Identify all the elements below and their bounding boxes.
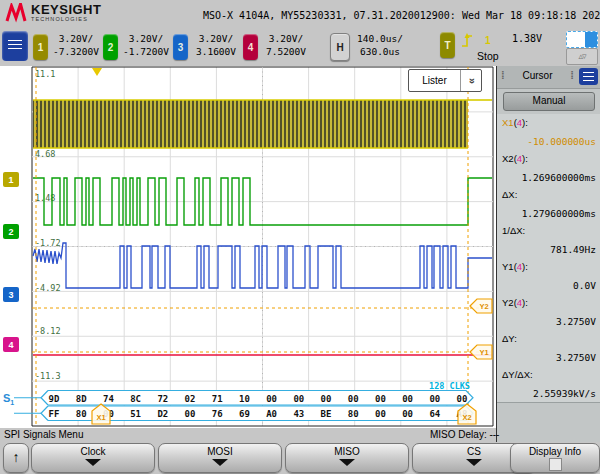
serial-bus-label[interactable]: S1 — [3, 392, 14, 406]
channel3-offset: 3.1600V — [190, 45, 242, 58]
cursor-panel-titlebar[interactable]: ⁞ Cursor ⁞ — [497, 66, 600, 89]
lister-button[interactable]: Lister « — [408, 69, 482, 92]
softkey-miso[interactable]: MISO — [285, 443, 409, 473]
trigger-position-marker[interactable] — [92, 68, 102, 76]
channel1-scale: 3.20V/ — [50, 32, 102, 45]
softkey-menu-title: SPI Signals Menu — [4, 429, 84, 440]
serial-byte: BE — [321, 409, 332, 419]
trigger-badge[interactable]: T — [440, 32, 455, 58]
lister-button-label: Lister — [409, 75, 460, 86]
serial-byte: 00 — [348, 394, 359, 404]
ch3-miso-trace — [33, 243, 492, 288]
cursor-panel: ⁞ Cursor ⁞ Manual X1(4): -10.000000us X2… — [496, 66, 600, 442]
cursor-row-dy[interactable]: ΔY: 3.2750V — [497, 330, 600, 367]
channel4-badge[interactable]: 4 — [243, 34, 258, 60]
channel2-scale: 3.20V/ — [120, 32, 172, 45]
serial-byte: 76 — [212, 409, 223, 419]
channel3-badge[interactable]: 3 — [173, 34, 188, 60]
serial-byte: 00 — [375, 394, 386, 404]
channel3-scale: 3.20V/ — [190, 32, 242, 45]
channel2-offset: -1.7200V — [120, 45, 172, 58]
serial-byte: 00 — [429, 394, 440, 404]
keysight-spark-icon — [5, 3, 27, 23]
axis-label: -4.92 — [35, 283, 61, 293]
channel2-readout[interactable]: 3.20V/ -1.7200V — [120, 32, 172, 58]
brand-subtitle: TECHNOLOGIES — [31, 17, 101, 23]
channel4-readout[interactable]: 3.20V/ 7.5200V — [260, 32, 312, 58]
channel4-ground-marker[interactable]: 4 — [3, 337, 19, 352]
softkey-display-info[interactable]: Display Info — [510, 443, 600, 473]
axis-label: -8.12 — [35, 326, 61, 336]
cursor-row-x1[interactable]: X1(4): -10.000000us — [497, 114, 600, 151]
serial-byte: 00 — [266, 394, 277, 404]
clock-count-label: 128 CLKS — [429, 381, 470, 391]
horizontal-scale: 140.0us/ — [354, 32, 406, 45]
serial-byte: 00 — [402, 409, 413, 419]
cursor-row-y2[interactable]: Y2(4): 3.2750V — [497, 294, 600, 331]
channel3-readout[interactable]: 3.20V/ 3.1600V — [190, 32, 242, 58]
serial-byte: 00 — [402, 394, 413, 404]
serial-byte: D2 — [157, 409, 168, 419]
horizontal-delay: 630.0us — [354, 45, 406, 58]
keysight-logo: KEYSIGHT TECHNOLOGIES — [5, 3, 101, 23]
y2-cursor-flag-label: Y2 — [479, 302, 488, 311]
serial-byte: 71 — [212, 394, 223, 404]
horizontal-badge[interactable]: H — [330, 33, 350, 61]
acquisition-status: Stop — [477, 50, 499, 62]
serial-byte: 80 — [76, 409, 87, 419]
menu-back-button[interactable]: ↑ — [3, 443, 29, 473]
serial-byte: 64 — [429, 409, 440, 419]
zoom-window-icon[interactable] — [566, 31, 598, 48]
cursor-mode-button[interactable]: Manual — [503, 92, 595, 111]
trigger-source: 1 — [485, 35, 491, 46]
cursor-row-inv-dx[interactable]: 1/ΔX: 781.49Hz — [497, 222, 600, 259]
channel1-badge[interactable]: 1 — [33, 34, 48, 60]
down-arrow-icon — [212, 459, 228, 466]
cursor-row-dx[interactable]: ΔX: 1.279600000ms — [497, 186, 600, 223]
miso-delay-readout: MISO Delay: --- — [430, 429, 499, 440]
trigger-level: 1.38V — [512, 33, 542, 44]
waveform-display[interactable]: 11.17.884.681.48-1.72-4.92-8.12-11.39D8D… — [0, 66, 496, 428]
y1-cursor-flag-label: Y1 — [479, 348, 488, 357]
channel1-ground-marker[interactable]: 1 — [3, 172, 19, 187]
x1-cursor-flag-label: X1 — [96, 413, 105, 422]
down-arrow-icon — [85, 459, 101, 466]
cursor-panel-title: Cursor — [497, 70, 578, 81]
channel4-scale: 3.20V/ — [260, 32, 312, 45]
cursor-row-y1[interactable]: Y1(4): 0.0V — [497, 258, 600, 295]
display-info-checkbox[interactable] — [549, 458, 562, 471]
serial-byte: 10 — [239, 394, 250, 404]
trigger-edge-icon — [462, 33, 475, 48]
softkey-mosi[interactable]: MOSI — [158, 443, 282, 473]
cursor-row-dy-dx[interactable]: ΔY/ΔX: 2.55939kV/s — [497, 366, 600, 403]
serial-byte: 00 — [185, 409, 196, 419]
channel2-badge[interactable]: 2 — [103, 34, 118, 60]
menu-lines-icon — [8, 40, 22, 52]
channel2-ground-marker[interactable]: 2 — [3, 224, 19, 239]
waveform-canvas: 11.17.884.681.48-1.72-4.92-8.12-11.39D8D… — [0, 66, 496, 428]
channel3-ground-marker[interactable]: 3 — [3, 287, 19, 302]
serial-byte: 74 — [103, 394, 114, 404]
horizontal-readout[interactable]: 140.0us/ 630.0us — [354, 32, 406, 58]
serial-byte: 00 — [375, 409, 386, 419]
cursor-row-x2[interactable]: X2(4): 1.269600000ms — [497, 150, 600, 187]
autoscale-undo-icon[interactable]: ▵▿ — [566, 48, 598, 65]
serial-byte: 00 — [321, 394, 332, 404]
axis-label: -11.3 — [35, 371, 61, 381]
serial-byte: 8D — [76, 394, 87, 404]
softkey-clock[interactable]: Clock — [31, 443, 155, 473]
serial-byte: FF — [49, 409, 60, 419]
cursor-menu-icon[interactable] — [579, 68, 598, 85]
brand-name: KEYSIGHT — [31, 3, 101, 16]
axis-label: 11.1 — [35, 69, 55, 79]
channel1-offset: -7.3200V — [50, 45, 102, 58]
trigger-info: 1 — [462, 33, 491, 48]
channel1-readout[interactable]: 3.20V/ -7.3200V — [50, 32, 102, 58]
serial-byte: A0 — [266, 409, 277, 419]
x2-cursor-flag-label: X2 — [462, 413, 471, 422]
down-arrow-icon — [339, 459, 355, 466]
main-menu-icon[interactable] — [2, 31, 28, 61]
down-arrow-icon — [466, 459, 482, 466]
serial-byte: 72 — [157, 394, 168, 404]
serial-byte: 80 — [348, 409, 359, 419]
